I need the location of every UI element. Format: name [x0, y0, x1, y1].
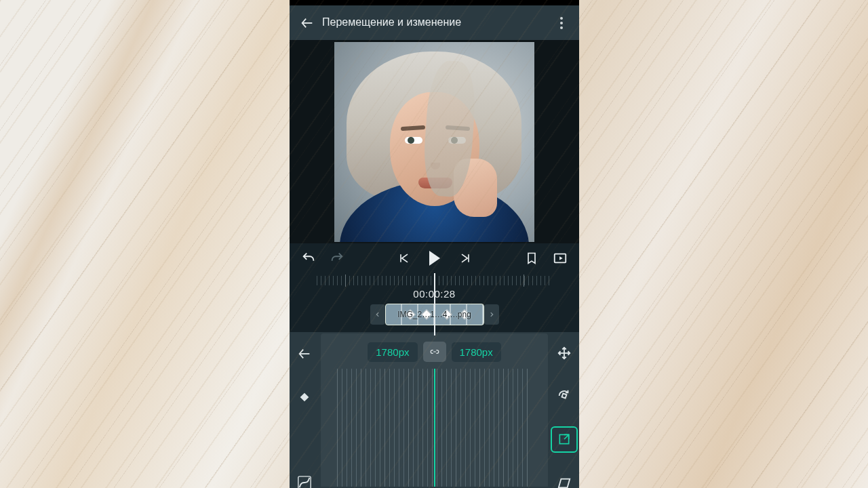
- undo-button[interactable]: [299, 249, 318, 268]
- curve-icon: [297, 475, 312, 488]
- size-editor: 1780px 1780px: [321, 333, 548, 487]
- chevron-right-icon: [488, 311, 495, 318]
- bookmark-button[interactable]: [522, 249, 541, 268]
- value-graph[interactable]: [337, 369, 532, 487]
- arrow-left-icon: [297, 346, 312, 361]
- expand-play-icon: [553, 251, 568, 266]
- diamond-icon: [298, 391, 311, 403]
- bookmark-icon: [525, 251, 538, 265]
- play-icon: [429, 251, 440, 266]
- rotate-icon: [557, 388, 572, 403]
- height-value-chip[interactable]: 1780px: [452, 342, 501, 362]
- add-keyframe-button[interactable]: [292, 385, 317, 409]
- header-bar: Перемещение и изменение: [290, 5, 579, 40]
- skip-back-icon: [397, 251, 411, 265]
- skip-end-button[interactable]: [456, 249, 475, 268]
- width-value-chip[interactable]: 1780px: [368, 342, 417, 362]
- skip-start-button[interactable]: [395, 249, 414, 268]
- move-tool-button[interactable]: [552, 342, 576, 365]
- undo-icon: [301, 251, 316, 266]
- rotate-tool-button[interactable]: [552, 384, 576, 408]
- link-dimensions-toggle[interactable]: [423, 342, 446, 362]
- timecode-display: 00:00:28: [290, 288, 579, 300]
- more-vertical-icon: [560, 17, 563, 29]
- svg-line-12: [564, 435, 569, 440]
- link-icon: [429, 347, 441, 357]
- timeline-clip[interactable]: IMG_2…1…4….png: [385, 304, 484, 325]
- chevron-left-icon: [374, 311, 381, 318]
- transport-bar: [290, 243, 579, 273]
- scale-icon: [557, 432, 571, 446]
- redo-button[interactable]: [328, 249, 347, 268]
- svg-rect-10: [561, 393, 566, 398]
- svg-marker-4: [559, 256, 563, 260]
- move-icon: [557, 346, 572, 361]
- arrow-left-icon: [300, 16, 315, 30]
- overflow-menu-button[interactable]: [549, 11, 574, 35]
- svg-marker-13: [559, 479, 570, 487]
- preview-image: [334, 42, 534, 242]
- left-tool-column: [290, 332, 319, 488]
- skip-forward-icon: [458, 251, 472, 265]
- back-button[interactable]: [295, 11, 319, 35]
- redo-icon: [330, 251, 344, 266]
- preview-canvas[interactable]: [290, 40, 579, 243]
- scale-tool-button[interactable]: [551, 426, 578, 453]
- next-clip-button[interactable]: [484, 304, 499, 325]
- right-tool-column: [549, 332, 579, 488]
- skew-tool-button[interactable]: [552, 472, 576, 489]
- prev-clip-button[interactable]: [370, 304, 385, 325]
- status-bar: [290, 0, 579, 5]
- fullscreen-button[interactable]: [551, 249, 570, 268]
- app-window: Перемещение и изменение: [290, 0, 579, 488]
- panel-back-button[interactable]: [292, 342, 317, 366]
- easing-button[interactable]: [292, 470, 317, 488]
- skew-icon: [557, 476, 572, 488]
- play-button[interactable]: [423, 249, 446, 268]
- svg-rect-6: [300, 393, 309, 402]
- page-title: Перемещение и изменение: [322, 16, 461, 28]
- properties-panel: 1780px 1780px: [290, 332, 579, 488]
- clip-filename: IMG_2…1…4….png: [397, 310, 471, 319]
- time-ruler[interactable]: [317, 276, 552, 285]
- graph-playhead: [434, 369, 435, 487]
- timeline[interactable]: 00:00:28 IMG_2…1…4….png: [290, 273, 579, 332]
